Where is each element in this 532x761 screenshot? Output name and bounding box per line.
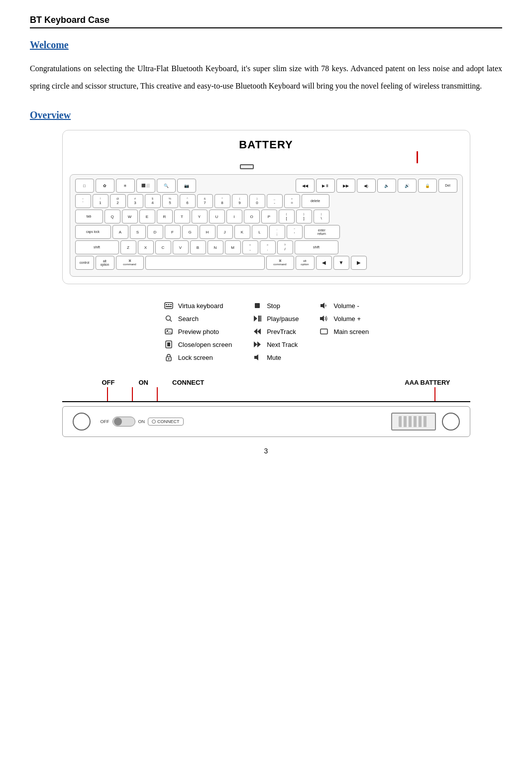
line-connect (157, 387, 158, 401)
key-s: S (130, 225, 146, 239)
key-a: A (112, 225, 128, 239)
playpause-icon (252, 314, 263, 323)
svg-marker-17 (257, 328, 261, 334)
key-b: B (190, 240, 206, 254)
legend-col-3: Volume - Volume + Main screen (319, 301, 369, 362)
key-lshift: shift (75, 240, 119, 254)
key-j: J (217, 225, 233, 239)
fn-row: □ ✿ ✳ ⬛⬜ 🔍 📷 ◀◀ ▶⏸ ▶▶ ◀) 🔈 🔊 🔒 Del (75, 179, 457, 193)
battery-connector (240, 164, 254, 169)
switch-on-label: ON (138, 419, 145, 424)
stop-icon (252, 301, 263, 310)
legend-volup: Volume + (319, 314, 369, 323)
key-2: @2 (110, 194, 126, 208)
bottom-border-line (62, 401, 470, 402)
key-fn2: ✿ (96, 179, 114, 193)
key-equals: += (284, 194, 300, 208)
legend-lockscreen-label: Lock screen (178, 354, 213, 361)
legend-nexttrack-label: Next Track (267, 341, 298, 348)
key-h: H (200, 225, 215, 239)
nexttrack-icon (252, 340, 263, 349)
svg-rect-15 (258, 316, 260, 322)
svg-point-12 (168, 358, 169, 360)
switch-area: OFF ON CONNECT (101, 417, 184, 427)
key-period: >. (260, 240, 276, 254)
key-photo: 📷 (177, 179, 196, 193)
preview-icon (163, 327, 174, 336)
legend-nexttrack: Next Track (252, 340, 299, 349)
key-mute: ◀) (357, 179, 376, 193)
key-r: R (157, 210, 173, 223)
legend-voldown: Volume - (319, 301, 369, 310)
key-f: F (165, 225, 181, 239)
legend-col-2: Stop Play/pause PrevTrack Next Track (252, 301, 299, 362)
svg-rect-24 (320, 329, 327, 334)
legend-playpause-label: Play/pause (267, 315, 299, 323)
asdf-row: caps lock A S D F G H J K L :; "' enterr… (75, 225, 457, 239)
key-voldown: 🔈 (377, 179, 396, 193)
welcome-section: Welcome Congratulations on selecting the… (30, 39, 502, 95)
legend-stop: Stop (252, 301, 299, 310)
key-option-right: altoption (296, 256, 315, 270)
key-fn1: □ (75, 179, 94, 193)
legend-closescreen-label: Close/open screen (178, 341, 232, 348)
key-p: P (261, 210, 277, 223)
welcome-heading: Welcome (30, 39, 502, 51)
legend-search-label: Search (178, 315, 199, 323)
battery-red-line (417, 151, 418, 163)
svg-point-5 (166, 316, 170, 321)
key-backslash: |\ (314, 210, 329, 223)
mainscreen-icon (319, 327, 329, 336)
svg-rect-16 (260, 316, 261, 322)
zxcv-row: shift Z X C V B N M <, >. ?/ shift (75, 240, 457, 254)
key-slash: ?/ (277, 240, 293, 254)
battery-slot (391, 413, 436, 431)
key-c: C (155, 240, 171, 254)
switch-off-label: OFF (101, 419, 109, 424)
line-battery (434, 387, 435, 401)
legend-prevtrack: PrevTrack (252, 327, 299, 336)
switch-track[interactable] (112, 417, 135, 427)
key-enter: enterreturn (304, 225, 340, 239)
key-command-right: ⌘command (266, 256, 294, 270)
connect-label: CONNECT (157, 419, 180, 424)
search-icon (163, 314, 174, 323)
svg-line-6 (170, 320, 172, 322)
key-search: 🔍 (157, 179, 176, 193)
key-tab: tab (75, 210, 103, 223)
svg-rect-4 (166, 306, 172, 307)
svg-rect-2 (168, 304, 169, 305)
key-lock: 🔒 (418, 179, 437, 193)
legend-mute: Mute (252, 353, 299, 362)
key-backtick: ~` (75, 194, 91, 208)
key-i: I (226, 210, 242, 223)
key-0: )0 (249, 194, 265, 208)
volup-icon (319, 314, 329, 323)
legend-virtual-keyboard-label: Virtua keyboard (178, 302, 223, 310)
device-right (391, 413, 460, 431)
legend-mainscreen: Main screen (319, 327, 369, 336)
svg-rect-1 (166, 304, 167, 305)
key-rshift: shift (295, 240, 338, 254)
key-playpause: ▶⏸ (316, 179, 335, 193)
key-option-left: altoption (96, 256, 114, 270)
lockscreen-icon (163, 353, 174, 362)
switch-knob (114, 418, 122, 426)
page-number: 3 (30, 447, 502, 455)
key-z: Z (120, 240, 136, 254)
battery-label: BATTERY (239, 138, 293, 151)
legend-closescreen: Close/open screen (163, 340, 232, 349)
legend-mute-label: Mute (267, 354, 281, 361)
left-circle (73, 413, 91, 431)
key-control: control (75, 256, 94, 270)
key-delete: delete (302, 194, 329, 208)
svg-marker-21 (254, 354, 258, 360)
key-m: M (225, 240, 241, 254)
connect-button[interactable]: CONNECT (148, 418, 184, 426)
right-circle (442, 413, 460, 431)
key-next: ▶▶ (336, 179, 355, 193)
key-8: *8 (214, 194, 230, 208)
legend-voldown-label: Volume - (333, 302, 359, 310)
key-q: Q (105, 210, 120, 223)
key-e: E (139, 210, 155, 223)
